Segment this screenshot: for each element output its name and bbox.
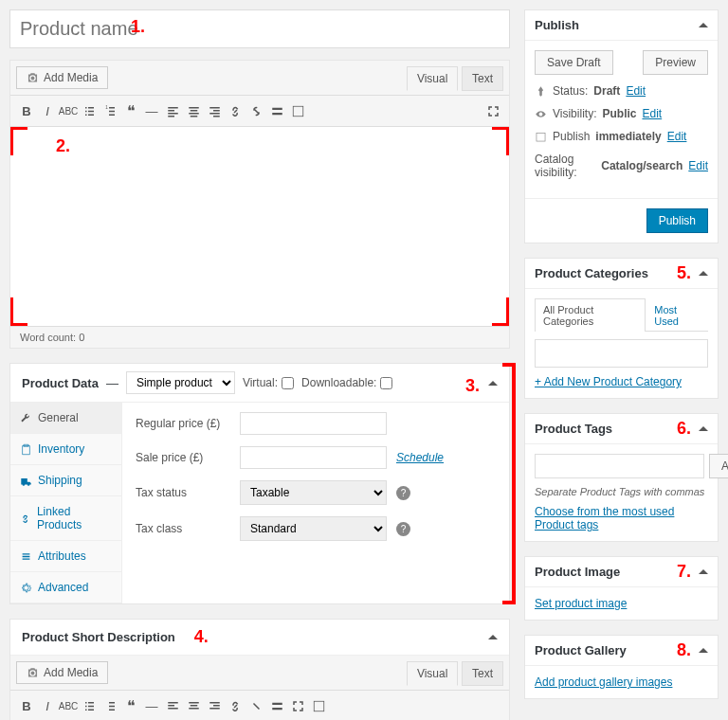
- number-list-icon[interactable]: 1: [100, 100, 120, 121]
- align-center-icon[interactable]: [183, 695, 204, 716]
- short-description-panel: Product Short Description 4. Add Media V…: [9, 619, 510, 720]
- categories-panel: Product Categories 5. All Product Catego…: [524, 258, 719, 399]
- pin-icon: [535, 85, 547, 98]
- add-tag-button[interactable]: Add: [709, 454, 728, 478]
- link-icon[interactable]: [225, 695, 246, 716]
- word-count: Word count: 0: [10, 326, 509, 348]
- edit-schedule-link[interactable]: Edit: [667, 130, 687, 143]
- hr-icon[interactable]: ―: [141, 100, 162, 121]
- sale-price-input[interactable]: [240, 446, 387, 469]
- tab-inventory[interactable]: Inventory: [10, 434, 121, 465]
- publish-panel: Publish Save Draft Preview Status: Draft…: [524, 9, 719, 243]
- align-center-icon[interactable]: [183, 100, 204, 121]
- collapse-toggle-icon[interactable]: [699, 569, 708, 574]
- edit-status-link[interactable]: Edit: [626, 84, 646, 98]
- preview-button[interactable]: Preview: [643, 50, 708, 75]
- product-name-input[interactable]: [9, 9, 510, 48]
- category-list[interactable]: [535, 339, 708, 368]
- bullet-list-icon[interactable]: [79, 695, 100, 716]
- fullscreen-icon[interactable]: [287, 695, 308, 716]
- tax-status-select[interactable]: Taxable: [240, 480, 387, 505]
- link-icon[interactable]: [225, 100, 246, 121]
- bold-icon[interactable]: B: [16, 695, 37, 716]
- bracket-decoration: [10, 297, 27, 326]
- help-icon[interactable]: ?: [396, 486, 410, 500]
- eye-icon: [535, 108, 547, 120]
- bullet-list-icon[interactable]: [79, 100, 100, 121]
- tab-shipping[interactable]: Shipping: [10, 465, 121, 496]
- choose-tags-link[interactable]: Choose from the most used Product tags: [535, 505, 674, 531]
- collapse-toggle-icon[interactable]: [699, 648, 708, 653]
- collapse-toggle-icon[interactable]: [488, 635, 498, 639]
- tax-class-label: Tax class: [136, 522, 240, 535]
- align-left-icon[interactable]: [162, 695, 183, 716]
- svg-text:1: 1: [105, 105, 108, 110]
- add-gallery-images-link[interactable]: Add product gallery images: [535, 675, 672, 689]
- add-media-button[interactable]: Add Media: [16, 661, 108, 684]
- svg-rect-1: [293, 106, 303, 117]
- more-icon[interactable]: [266, 100, 287, 121]
- content-editor: Add Media Visual Text B I ABC 1 ❝ ―: [9, 60, 510, 349]
- collapse-toggle-icon[interactable]: [488, 381, 498, 386]
- regular-price-label: Regular price (£): [136, 417, 240, 430]
- edit-visibility-link[interactable]: Edit: [642, 107, 662, 120]
- align-left-icon[interactable]: [162, 100, 183, 121]
- italic-icon[interactable]: I: [37, 695, 58, 716]
- italic-icon[interactable]: I: [37, 100, 58, 121]
- content-textarea[interactable]: 2.: [10, 127, 509, 326]
- number-list-icon[interactable]: [100, 695, 120, 716]
- bracket-decoration: [512, 363, 516, 604]
- help-icon[interactable]: ?: [396, 522, 410, 536]
- hr-icon[interactable]: ―: [141, 695, 162, 716]
- tab-attributes[interactable]: Attributes: [10, 541, 121, 572]
- tab-advanced[interactable]: Advanced: [10, 572, 121, 603]
- edit-catalog-link[interactable]: Edit: [688, 159, 708, 172]
- blockquote-icon[interactable]: ❝: [120, 100, 141, 121]
- annotation-marker-6: 6.: [677, 419, 691, 439]
- tag-input[interactable]: [535, 454, 704, 478]
- tab-all-categories[interactable]: All Product Categories: [535, 298, 646, 332]
- more-icon[interactable]: [266, 695, 287, 716]
- add-media-button[interactable]: Add Media: [16, 66, 108, 89]
- text-tab[interactable]: Text: [462, 661, 503, 686]
- strikethrough-icon[interactable]: ABC: [58, 100, 79, 121]
- toolbar-toggle-icon[interactable]: [287, 100, 308, 121]
- tab-most-used[interactable]: Most Used: [646, 298, 708, 332]
- annotation-marker-5: 5.: [677, 263, 691, 283]
- bracket-decoration: [502, 601, 516, 604]
- add-category-link[interactable]: + Add New Product Category: [535, 375, 682, 388]
- bold-icon[interactable]: B: [16, 100, 37, 121]
- tab-general[interactable]: General: [10, 403, 121, 434]
- annotation-marker-8: 8.: [677, 640, 691, 660]
- publish-button[interactable]: Publish: [646, 208, 708, 233]
- downloadable-checkbox[interactable]: Downloadable:: [301, 376, 392, 389]
- link-icon: [20, 513, 31, 525]
- strikethrough-icon[interactable]: ABC: [58, 695, 79, 716]
- product-gallery-panel: Product Gallery 8. Add product gallery i…: [524, 635, 719, 699]
- product-type-select[interactable]: Simple product: [126, 371, 235, 394]
- annotation-marker-7: 7.: [677, 562, 691, 582]
- collapse-toggle-icon[interactable]: [699, 426, 708, 431]
- tab-linked-products[interactable]: Linked Products: [10, 496, 121, 541]
- virtual-checkbox[interactable]: Virtual:: [243, 376, 294, 389]
- visual-tab[interactable]: Visual: [407, 661, 458, 686]
- unlink-icon[interactable]: [246, 100, 266, 121]
- save-draft-button[interactable]: Save Draft: [535, 50, 613, 75]
- fullscreen-icon[interactable]: [482, 100, 503, 121]
- regular-price-input[interactable]: [240, 412, 387, 435]
- calendar-icon: [535, 131, 547, 143]
- visual-tab[interactable]: Visual: [407, 66, 458, 91]
- toolbar-toggle-icon[interactable]: [308, 695, 329, 716]
- collapse-toggle-icon[interactable]: [699, 23, 708, 27]
- set-product-image-link[interactable]: Set product image: [535, 597, 627, 610]
- svg-rect-2: [314, 701, 324, 711]
- schedule-link[interactable]: Schedule: [396, 451, 444, 464]
- unlink-icon[interactable]: [246, 695, 266, 716]
- tax-status-label: Tax status: [136, 486, 240, 499]
- align-right-icon[interactable]: [204, 695, 225, 716]
- text-tab[interactable]: Text: [462, 66, 503, 91]
- collapse-toggle-icon[interactable]: [699, 271, 708, 276]
- tax-class-select[interactable]: Standard: [240, 516, 387, 541]
- blockquote-icon[interactable]: ❝: [120, 695, 141, 716]
- align-right-icon[interactable]: [204, 100, 225, 121]
